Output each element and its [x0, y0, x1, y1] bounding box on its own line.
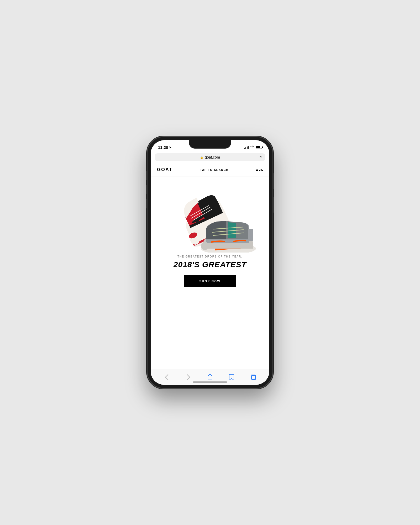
- hero-subtitle: THE GREATEST DROPS OF THE YEAR.: [174, 255, 246, 258]
- website-content: GOAT TAP TO SEARCH: [151, 163, 269, 369]
- hero-text: THE GREATEST DROPS OF THE YEAR. 2018'S G…: [174, 255, 246, 287]
- site-nav: GOAT TAP TO SEARCH: [151, 163, 269, 176]
- grid-icon-1: [256, 169, 258, 171]
- phone-screen: 11:20 ➤: [151, 140, 269, 385]
- tabs-button[interactable]: [248, 372, 259, 382]
- bookmarks-icon: [229, 374, 234, 381]
- hero-title: 2018'S GREATEST: [174, 260, 246, 269]
- wifi-icon: [250, 145, 254, 149]
- status-time: 11:20 ➤: [158, 145, 171, 150]
- site-logo: GOAT: [157, 167, 172, 172]
- signal-bar-2: [245, 147, 246, 149]
- bookmarks-button[interactable]: [226, 372, 237, 382]
- signal-bar-3: [247, 146, 248, 149]
- notch: [189, 140, 231, 149]
- time-label: 11:20: [158, 145, 168, 150]
- grid-icon-3: [261, 169, 263, 171]
- svg-point-6: [201, 242, 208, 250]
- back-icon: [165, 374, 169, 380]
- scene: 11:20 ➤: [0, 0, 420, 525]
- forward-icon: [187, 374, 190, 380]
- url-bar[interactable]: 🔒 goat.com ↻: [155, 153, 265, 161]
- lock-icon: 🔒: [200, 156, 203, 159]
- battery-fill: [256, 146, 260, 148]
- grid-icons[interactable]: [256, 169, 263, 171]
- svg-rect-5: [248, 229, 253, 241]
- share-icon: [207, 374, 213, 381]
- sneakers-image: [156, 179, 264, 253]
- url-bar-container: 🔒 goat.com ↻: [151, 152, 269, 163]
- url-text: goat.com: [205, 155, 220, 159]
- grid-icon-2: [259, 169, 260, 171]
- share-button[interactable]: [205, 372, 215, 382]
- forward-button[interactable]: [183, 372, 194, 382]
- signal-bar-1: [244, 148, 245, 149]
- shop-now-button[interactable]: SHOP NOW: [184, 275, 237, 287]
- signal-bar-4: [248, 146, 249, 149]
- back-button[interactable]: [161, 372, 172, 382]
- status-right: [244, 145, 262, 149]
- location-icon: ➤: [169, 146, 171, 149]
- reload-button[interactable]: ↻: [259, 155, 262, 159]
- signal-icon: [244, 146, 249, 149]
- home-indicator: [193, 381, 227, 383]
- tabs-icon: [250, 374, 256, 380]
- phone-frame: 11:20 ➤: [147, 136, 273, 388]
- hero-section: THE GREATEST DROPS OF THE YEAR. 2018'S G…: [151, 176, 269, 369]
- battery-icon: [256, 146, 262, 149]
- sneaker-display: [156, 179, 264, 253]
- tap-to-search-button[interactable]: TAP TO SEARCH: [200, 168, 228, 171]
